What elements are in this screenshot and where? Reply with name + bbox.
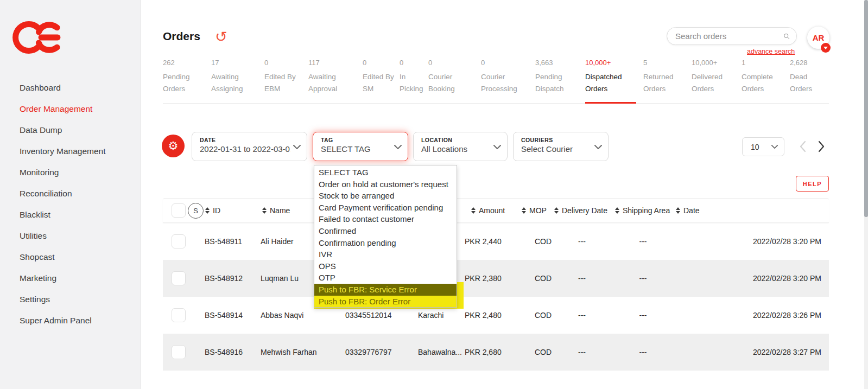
cell-mop: COD — [518, 311, 552, 320]
stat-tab-edited-by-ebm[interactable]: 0Edited By EBM — [264, 59, 308, 94]
tag-option-order-on-hold[interactable]: Order on hold at customer's request — [314, 178, 457, 190]
column-header-date[interactable]: Date — [674, 206, 829, 215]
tag-option-stock-to-be-arranged[interactable]: Stock to be arranged — [314, 190, 457, 202]
tag-option-push-to-fbr-service-error[interactable]: Push to FBR: Service Error — [314, 284, 457, 296]
cell-phone: 03329776797 — [337, 348, 404, 356]
cell-date: 2022/02/28 3:20 PM — [674, 237, 829, 246]
sort-icon — [554, 207, 559, 214]
stat-tab-dispatched-orders[interactable]: 10,000+Dispatched Orders — [585, 59, 643, 94]
row-checkbox[interactable] — [172, 234, 186, 248]
cell-amount: PKR 2,440 — [461, 237, 518, 246]
sort-icon — [205, 207, 210, 214]
tag-option-card-payment-verification-pending[interactable]: Card Payment verification pending — [314, 202, 457, 214]
tag-filter[interactable]: TAG SELECT TAG — [313, 132, 408, 161]
tag-option-otp[interactable]: OTP — [314, 272, 457, 284]
table-row[interactable]: BS-548912 Luqman Lu PKR 2,380 COD --- --… — [163, 260, 829, 297]
chevron-down-icon — [771, 144, 778, 149]
page-title: Orders — [163, 30, 200, 43]
sidebar-item-inventory-management[interactable]: Inventory Management — [20, 141, 106, 162]
tag-option-confirmed[interactable]: Confirmed — [314, 225, 457, 237]
tag-option-push-to-fbr-order-error[interactable]: Push to FBR: Order Error — [314, 296, 457, 308]
cell-amount: PKR 2,480 — [461, 311, 518, 320]
stat-tab-awaiting-assigning[interactable]: 17Awaiting Assigning — [211, 59, 264, 94]
scrollbar-thumb[interactable] — [864, 0, 868, 217]
cell-shipping-area: --- — [612, 274, 674, 283]
cell-city: Bahawalna... — [404, 348, 461, 356]
advance-search-link[interactable]: advance search — [747, 48, 795, 55]
sidebar-item-data-dump[interactable]: Data Dump — [20, 119, 106, 141]
stat-tab-complete-orders[interactable]: 1Complete Orders — [742, 59, 790, 94]
cell-name: Mehwish Farhan — [261, 348, 337, 356]
row-checkbox[interactable] — [172, 345, 186, 359]
sidebar-item-dashboard[interactable]: Dashboard — [20, 77, 106, 98]
help-button[interactable]: HELP — [796, 176, 829, 192]
column-header-delivery-date[interactable]: Delivery Date — [552, 206, 612, 215]
chevron-down-icon — [594, 144, 603, 150]
cell-id: BS-548912 — [204, 274, 261, 283]
tag-option-failed-to-contact-customer[interactable]: Failed to contact customer — [314, 213, 457, 225]
cell-phone: 03345512014 — [337, 311, 404, 320]
stat-tab-pending-dispatch[interactable]: 3,663Pending Dispatch — [535, 59, 585, 94]
row-checkbox[interactable] — [172, 271, 186, 285]
cell-shipping-area: --- — [612, 237, 674, 246]
orders-table: S ID Name Amount MOP Delivery Date Shipp… — [163, 198, 829, 371]
tag-option-ivr[interactable]: IVR — [314, 248, 457, 260]
sidebar-item-marketing[interactable]: Marketing — [20, 267, 106, 289]
stat-tab-delivered-orders[interactable]: 10,000+Delivered Orders — [692, 59, 742, 94]
couriers-filter[interactable]: COURIERS Select Courier — [513, 132, 609, 161]
sort-icon — [676, 207, 680, 214]
stat-tab-awaiting-approval[interactable]: 117Awaiting Approval — [308, 59, 363, 94]
table-row[interactable]: BS-548914 Abbas Naqvi 03345512014 Karach… — [163, 297, 829, 334]
page-size-select[interactable]: 10 — [742, 137, 784, 156]
stat-tab-in-picking[interactable]: 0In Picking — [400, 59, 428, 94]
search-input[interactable] — [667, 31, 783, 41]
sidebar-item-monitoring[interactable]: Monitoring — [20, 162, 106, 183]
cell-mop: COD — [518, 274, 552, 283]
stat-tab-returned-orders[interactable]: 5Returned Orders — [643, 59, 692, 94]
row-checkbox[interactable] — [172, 308, 186, 322]
stat-tab-courier-booking[interactable]: 0Courier Booking — [428, 59, 481, 94]
date-filter[interactable]: DATE 2022-01-31 to 2022-03-01 — [192, 132, 307, 161]
sidebar-item-reconciliation[interactable]: Reconciliation — [20, 183, 106, 204]
next-page-button[interactable] — [818, 140, 825, 153]
tag-option-confirmation-pending[interactable]: Confirmation pending — [314, 237, 457, 249]
stat-tab-courier-processing[interactable]: 0Courier Processing — [481, 59, 535, 94]
sort-icon — [522, 207, 526, 214]
sidebar-item-settings[interactable]: Settings — [20, 289, 106, 310]
column-header-amount[interactable]: Amount — [461, 206, 518, 215]
stat-tab-edited-by-sm[interactable]: 0Edited By SM — [363, 59, 400, 94]
sidebar-nav: Dashboard Order Management Data Dump Inv… — [20, 77, 106, 331]
cell-date: 2022/02/28 3:20 PM — [674, 274, 829, 283]
table-row[interactable]: BS-548916 Mehwish Farhan 03329776797 Bah… — [163, 334, 829, 371]
refresh-icon[interactable]: ↻ — [215, 28, 227, 45]
table-row[interactable]: BS-548911 Ali Haider PKR 2,440 COD --- -… — [163, 223, 829, 260]
sidebar-item-blacklist[interactable]: Blacklist — [20, 204, 106, 225]
search-icon[interactable] — [783, 30, 790, 42]
filter-settings-button[interactable]: ⚙ — [162, 135, 185, 157]
chevron-down-icon — [394, 144, 402, 150]
avatar-chevron-down-icon[interactable] — [821, 43, 831, 53]
cell-delivery-date: --- — [552, 237, 612, 246]
cell-name: Abbas Naqvi — [261, 311, 337, 320]
sidebar-item-utilities[interactable]: Utilities — [20, 225, 106, 246]
sidebar-item-shopcast[interactable]: Shopcast — [20, 246, 106, 267]
stat-tab-pending-orders[interactable]: 262Pending Orders — [163, 59, 211, 94]
tag-option-select-tag[interactable]: SELECT TAG — [314, 167, 457, 178]
order-status-tabs: 262Pending Orders 17Awaiting Assigning 0… — [163, 59, 829, 94]
sidebar: Dashboard Order Management Data Dump Inv… — [0, 0, 141, 389]
brand-logo-icon — [9, 20, 63, 55]
stat-tab-dead-orders[interactable]: 2,628Dead Orders — [790, 59, 829, 94]
cell-id: BS-548911 — [204, 237, 261, 246]
sidebar-item-super-admin-panel[interactable]: Super Admin Panel — [20, 310, 106, 331]
cell-amount: PKR 2,380 — [461, 274, 518, 283]
sidebar-item-order-management[interactable]: Order Management — [20, 98, 106, 119]
cell-city: Karachi — [404, 311, 461, 320]
column-header-mop[interactable]: MOP — [518, 206, 552, 215]
column-header-shipping-area[interactable]: Shipping Area — [612, 206, 674, 215]
table-header-row: S ID Name Amount MOP Delivery Date Shipp… — [163, 198, 829, 223]
tag-option-ops[interactable]: OPS — [314, 260, 457, 272]
select-all-checkbox[interactable] — [172, 203, 186, 218]
column-header-id[interactable]: ID — [204, 206, 261, 215]
prev-page-button[interactable] — [799, 140, 807, 153]
location-filter[interactable]: LOCATION All Locations — [413, 132, 508, 161]
